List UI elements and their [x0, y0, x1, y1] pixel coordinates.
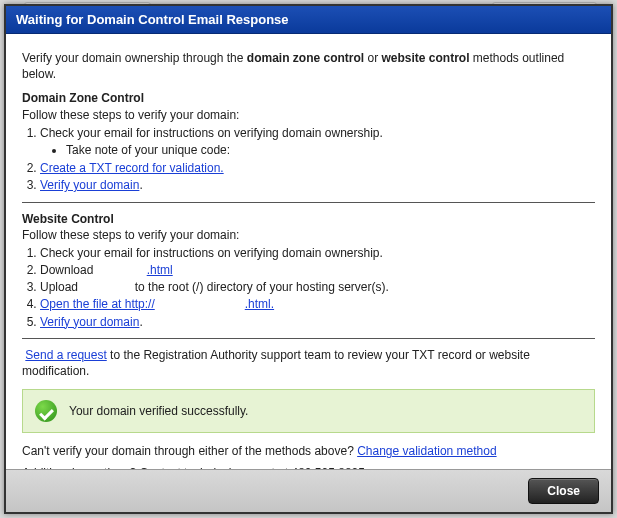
create-txt-link[interactable]: Create a TXT record for validation.	[40, 161, 224, 175]
web-heading: Website Control	[22, 211, 595, 227]
zone-heading: Domain Zone Control	[22, 90, 595, 106]
send-request-link[interactable]: Send a request	[25, 348, 106, 362]
web-step-2: Download .html	[40, 262, 595, 278]
divider-1	[22, 202, 595, 203]
intro-mid: or	[364, 51, 381, 65]
web-step-3: Upload to the root (/) directory of your…	[40, 279, 595, 295]
web-lead: Follow these steps to verify your domain…	[22, 227, 595, 243]
open-file-link[interactable]: Open the file at http://.html.	[40, 297, 274, 311]
success-text: Your domain verified successfully.	[69, 403, 248, 419]
intro-b2: website control	[381, 51, 469, 65]
zone-step-2: Create a TXT record for validation.	[40, 160, 595, 176]
dialog-title: Waiting for Domain Control Email Respons…	[6, 6, 611, 34]
dialog-content: Verify your domain ownership through the…	[6, 34, 611, 469]
zone-steps: Check your email for instructions on ver…	[22, 125, 595, 194]
zone-step-1-text: Check your email for instructions on ver…	[40, 126, 383, 140]
cant-verify-text: Can't verify your domain through either …	[22, 443, 595, 459]
zone-lead: Follow these steps to verify your domain…	[22, 107, 595, 123]
web-step-1: Check your email for instructions on ver…	[40, 245, 595, 261]
intro-pre: Verify your domain ownership through the	[22, 51, 247, 65]
web-s4-b: .html.	[245, 297, 274, 311]
web-step-4: Open the file at http://.html.	[40, 296, 595, 312]
success-box: Your domain verified successfully.	[22, 389, 595, 433]
change-validation-link[interactable]: Change validation method	[357, 444, 496, 458]
web-steps: Check your email for instructions on ver…	[22, 245, 595, 330]
intro-text: Verify your domain ownership through the…	[22, 50, 595, 82]
review-text: Send a request to the Registration Autho…	[22, 347, 595, 379]
check-circle-icon	[35, 400, 57, 422]
zone-step-3-dot: .	[139, 178, 142, 192]
dialog: Waiting for Domain Control Email Respons…	[4, 4, 613, 514]
close-button[interactable]: Close	[528, 478, 599, 504]
web-step-5: Verify your domain.	[40, 314, 595, 330]
zone-step-1: Check your email for instructions on ver…	[40, 125, 595, 158]
intro-b1: domain zone control	[247, 51, 364, 65]
zone-step-3: Verify your domain.	[40, 177, 595, 193]
web-s2-pre: Download	[40, 263, 97, 277]
web-s4-a: Open the file at http://	[40, 297, 155, 311]
verify-domain-link-1[interactable]: Verify your domain	[40, 178, 139, 192]
dialog-footer: Close	[6, 469, 611, 512]
download-html-link[interactable]: .html	[147, 263, 173, 277]
web-s3-post: to the root (/) directory of your hostin…	[131, 280, 388, 294]
web-s3-pre: Upload	[40, 280, 81, 294]
zone-step-1-sub: Take note of your unique code:	[66, 142, 595, 158]
verify-domain-link-2[interactable]: Verify your domain	[40, 315, 139, 329]
cant-pre: Can't verify your domain through either …	[22, 444, 357, 458]
divider-2	[22, 338, 595, 339]
web-step-5-dot: .	[139, 315, 142, 329]
